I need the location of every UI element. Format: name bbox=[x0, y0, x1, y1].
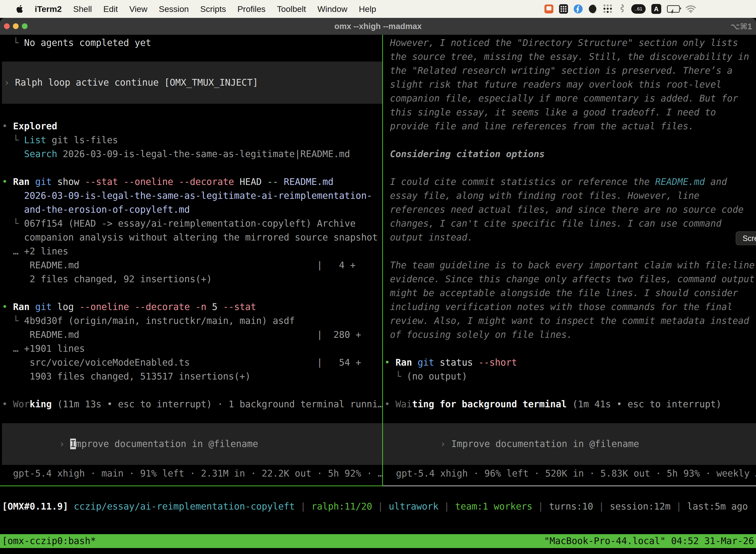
terminal-line: The team guideline is to back every impo… bbox=[384, 258, 756, 272]
menu-help[interactable]: Help bbox=[359, 4, 376, 14]
tmux-status-bar: [omx-cczip0:bash* "MacBook-Pro-44.local"… bbox=[0, 534, 756, 548]
terminal-line: essay file, along with finding root file… bbox=[384, 189, 756, 203]
text-cursor: I bbox=[70, 439, 76, 449]
right-pane-border bbox=[383, 486, 756, 486]
left-session-status: gpt-5.4 xhigh · main · 91% left · 2.31M … bbox=[0, 466, 382, 481]
left-input-text: mprove documentation in @filename bbox=[76, 439, 258, 449]
screen-share-overlay[interactable]: Scre bbox=[736, 231, 756, 245]
seahorse-icon[interactable] bbox=[618, 4, 626, 14]
terminal-line: • Ran git status --short bbox=[384, 356, 756, 370]
left-prompt-input[interactable]: › Improve documentation in @filename bbox=[2, 423, 382, 465]
tmux-pane-left[interactable]: └ No agents completed yet• Explored └ Li… bbox=[0, 35, 382, 486]
menu-view[interactable]: View bbox=[129, 4, 147, 14]
terminal-line: of focusing solely on file lines. bbox=[384, 328, 756, 342]
terminal-line: this single essay, it seems like a good … bbox=[384, 106, 756, 119]
terminal-line: └ 4b9d30f (origin/main, instructkr/main,… bbox=[2, 314, 382, 328]
menu-window[interactable]: Window bbox=[317, 4, 348, 14]
terminal-line: slight risk that future readers may over… bbox=[384, 78, 756, 92]
menu-session[interactable]: Session bbox=[159, 4, 189, 14]
terminal-line: review. Also, I might want to inspect th… bbox=[384, 314, 756, 328]
terminal-line: … +2 lines bbox=[2, 244, 382, 258]
prompt-chevron-icon: › bbox=[59, 439, 70, 449]
window-title: omx --xhigh --madmax bbox=[0, 18, 756, 35]
terminal-line: • Ran git show --stat --oneline --decora… bbox=[2, 175, 382, 189]
battery-charging-icon[interactable] bbox=[667, 5, 680, 13]
terminal-line: └ No agents completed yet bbox=[2, 36, 382, 50]
terminal-line: references need actual files, and since … bbox=[384, 203, 756, 217]
terminal-line bbox=[2, 384, 382, 397]
window-shortcut-badge: ⌥⌘1 bbox=[731, 18, 752, 35]
menu-edit[interactable]: Edit bbox=[104, 4, 118, 14]
terminal-line: However, I noticed the "Directory Struct… bbox=[384, 36, 756, 50]
menu-profiles[interactable]: Profiles bbox=[237, 4, 265, 14]
pane-divider[interactable] bbox=[382, 35, 383, 486]
percent-badge-icon[interactable]: ..61 bbox=[631, 4, 646, 14]
terminal-line: … +1901 lines bbox=[2, 342, 382, 356]
dots-grid-icon[interactable] bbox=[604, 4, 612, 13]
terminal-line: Search 2026-03-09-is-legal-the-same-as-l… bbox=[2, 147, 382, 161]
terminal: └ No agents completed yet• Explored └ Li… bbox=[0, 35, 756, 548]
terminal-line bbox=[384, 161, 756, 175]
terminal-line: I could cite commit statistics or refere… bbox=[384, 175, 756, 189]
terminal-line: Considering citation options bbox=[384, 147, 756, 161]
terminal-line: [OMX#0.11.9] cczip/essay/ai-reimplementa… bbox=[2, 500, 748, 513]
bolt-app-icon[interactable] bbox=[574, 4, 583, 13]
apple-menu-icon[interactable] bbox=[16, 4, 24, 13]
left-pane-border bbox=[0, 486, 382, 486]
menu-items: iTerm2ShellEditViewSessionScriptsProfile… bbox=[35, 4, 376, 14]
terminal-line: including verification notes with those … bbox=[384, 300, 756, 314]
window-title-bar: omx --xhigh --madmax ⌥⌘1 bbox=[0, 18, 756, 35]
terminal-line: src/voice/voiceModeEnabled.ts | 54 + bbox=[2, 356, 382, 370]
terminal-line: 1903 files changed, 513517 insertions(+) bbox=[2, 370, 382, 384]
terminal-line: └ 067f154 (HEAD -> essay/ai-reimplementa… bbox=[2, 217, 382, 231]
terminal-line: might be acceptable alongside the file l… bbox=[384, 286, 756, 300]
terminal-line: • Waiting for background terminal (1m 41… bbox=[384, 397, 756, 411]
terminal-line bbox=[2, 286, 382, 300]
keyboard-app-icon[interactable] bbox=[559, 4, 568, 14]
moon-contrast-icon[interactable] bbox=[588, 4, 598, 14]
terminal-line: output instead. bbox=[384, 231, 756, 244]
wifi-icon[interactable] bbox=[686, 5, 696, 13]
tmux-pane-right[interactable]: However, I noticed the "Directory Struct… bbox=[383, 35, 756, 486]
terminal-line: └ (no output) bbox=[384, 370, 756, 384]
menu-status-icons: ..61 A bbox=[545, 0, 696, 18]
terminal-line: companion file, especially if more comme… bbox=[384, 92, 756, 106]
tmux-host-clock: "MacBook-Pro-44.local" 04:52 31-Mar-26 bbox=[544, 534, 754, 548]
terminal-line: README.md | 4 + bbox=[2, 258, 382, 272]
macos-menu-bar: iTerm2ShellEditViewSessionScriptsProfile… bbox=[0, 0, 756, 18]
terminal-line: 2 files changed, 92 insertions(+) bbox=[2, 272, 382, 286]
menu-iterm2[interactable]: iTerm2 bbox=[35, 4, 62, 14]
menu-toolbelt[interactable]: Toolbelt bbox=[277, 4, 306, 14]
chat-app-icon[interactable] bbox=[545, 4, 553, 13]
menu-shell[interactable]: Shell bbox=[73, 4, 92, 14]
terminal-line bbox=[384, 244, 756, 258]
ralph-loop-box: › Ralph loop active continue [OMX_TMUX_I… bbox=[2, 62, 382, 104]
terminal-line: changes, I can't cite specific file line… bbox=[384, 217, 756, 231]
terminal-line bbox=[384, 384, 756, 397]
letter-a-app-icon[interactable]: A bbox=[651, 4, 661, 14]
omx-status-bar: [OMX#0.11.9] cczip/essay/ai-reimplementa… bbox=[0, 500, 748, 513]
terminal-line: and-the-erosion-of-copyleft.md bbox=[2, 203, 382, 217]
screen: iTerm2ShellEditViewSessionScriptsProfile… bbox=[0, 0, 756, 554]
terminal-line: the source tree, missing the essay. Stil… bbox=[384, 50, 756, 64]
right-pane-output: However, I noticed the "Directory Struct… bbox=[383, 36, 756, 411]
terminal-line: • Explored bbox=[2, 119, 382, 133]
right-input-text: Improve documentation in @filename bbox=[451, 439, 639, 449]
terminal-line: companion analysis without altering the … bbox=[2, 231, 382, 244]
terminal-line: the "Related research writing" section i… bbox=[384, 64, 756, 78]
terminal-line bbox=[384, 342, 756, 356]
right-session-status: gpt-5.4 xhigh · 96% left · 520K in · 5.8… bbox=[383, 466, 756, 481]
menu-scripts[interactable]: Scripts bbox=[200, 4, 226, 14]
terminal-line: README.md | 280 + bbox=[2, 328, 382, 342]
terminal-line bbox=[384, 133, 756, 147]
terminal-line: 2026-03-09-is-legal-the-same-as-legitima… bbox=[2, 189, 382, 203]
terminal-line bbox=[2, 161, 382, 175]
prompt-chevron-icon: › bbox=[440, 439, 451, 449]
tmux-session-name: [omx-cczip0:bash* bbox=[2, 534, 96, 548]
terminal-line: provide file and line references from th… bbox=[384, 119, 756, 133]
terminal-line bbox=[2, 106, 382, 119]
terminal-line: └ List git ls-files bbox=[2, 133, 382, 147]
right-prompt-input[interactable]: › Improve documentation in @filename bbox=[383, 423, 756, 465]
terminal-line: evidence. Since this change only affects… bbox=[384, 272, 756, 286]
terminal-line: • Working (11m 13s • esc to interrupt) ·… bbox=[2, 397, 382, 411]
